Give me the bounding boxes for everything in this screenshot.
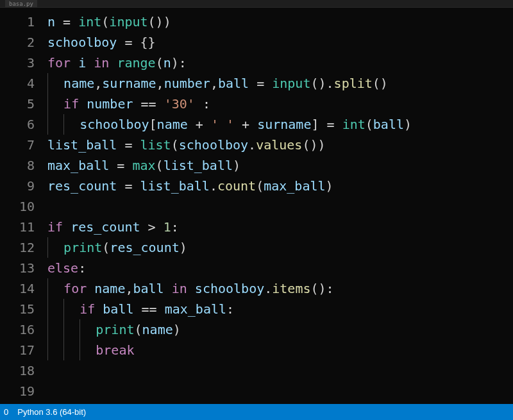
code-line[interactable] [47,360,513,381]
line-number: 14 [0,278,35,299]
line-number: 10 [0,196,35,217]
code-line[interactable]: else: [47,258,513,278]
gutter: 12345678910111213141516171819 [0,12,47,404]
code-line[interactable]: print(name) [47,319,513,340]
status-errors[interactable]: 0 [4,407,8,417]
line-number: 9 [0,176,35,196]
code-line[interactable]: for name,ball in schoolboy.items(): [47,278,513,299]
code-line[interactable]: if ball == max_ball: [47,299,513,319]
code-line[interactable]: schoolboy[name + ' ' + surname] = int(ba… [47,114,513,135]
line-number: 16 [0,319,35,340]
code-line[interactable]: res_count = list_ball.count(max_ball) [47,176,513,196]
code-editor[interactable]: 12345678910111213141516171819 n = int(in… [0,8,513,404]
line-number: 2 [0,32,35,53]
line-number: 7 [0,135,35,155]
code-area[interactable]: n = int(input())schoolboy = {}for i in r… [47,12,513,404]
code-line[interactable]: n = int(input()) [47,12,513,32]
line-number: 13 [0,258,35,278]
code-line[interactable]: break [47,340,513,360]
code-line[interactable] [47,381,513,401]
line-number: 19 [0,381,35,401]
code-line[interactable]: schoolboy = {} [47,32,513,53]
line-number: 15 [0,299,35,319]
line-number: 5 [0,94,35,114]
code-line[interactable]: if number == '30' : [47,94,513,114]
statusbar: 0 Python 3.6 (64-bit) [0,404,513,420]
file-tab[interactable]: basa.py [5,0,37,8]
line-number: 18 [0,360,35,381]
line-number: 6 [0,114,35,135]
tab-bar: basa.py [0,0,513,8]
status-language[interactable]: Python 3.6 (64-bit) [17,407,86,417]
code-line[interactable]: print(res_count) [47,237,513,258]
code-line[interactable]: if res_count > 1: [47,217,513,237]
line-number: 4 [0,73,35,94]
line-number: 12 [0,237,35,258]
line-number: 1 [0,12,35,32]
line-number: 3 [0,53,35,73]
line-number: 11 [0,217,35,237]
line-number: 8 [0,155,35,176]
line-number: 17 [0,340,35,360]
code-line[interactable]: list_ball = list(schoolboy.values()) [47,135,513,155]
code-line[interactable] [47,196,513,217]
code-line[interactable]: for i in range(n): [47,53,513,73]
code-line[interactable]: name,surname,number,ball = input().split… [47,73,513,94]
code-line[interactable]: max_ball = max(list_ball) [47,155,513,176]
